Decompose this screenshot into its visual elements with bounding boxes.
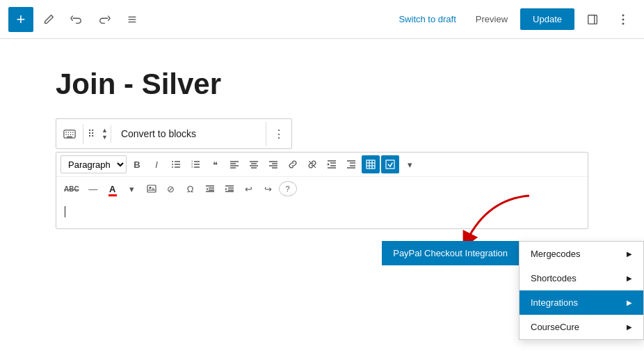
svg-point-5 [622, 14, 625, 16]
main-content: Join - Silver ⠿ ▲ ▼ Convert to blocks ⋮ … [0, 39, 644, 243]
drag-handle[interactable]: ⠿ [83, 123, 99, 145]
blockquote-button[interactable]: ❝ [206, 155, 224, 173]
edit-icon-button[interactable] [36, 7, 61, 32]
toolbar-left: + [8, 7, 392, 32]
svg-point-6 [622, 18, 625, 20]
context-menu: Mergecodes ▶ Shortcodes ▶ Integrations ▶… [519, 241, 644, 340]
link-button[interactable] [284, 155, 302, 173]
mergecodes-arrow: ▶ [627, 250, 632, 258]
align-center-button[interactable] [245, 155, 263, 173]
coursecure-arrow: ▶ [627, 323, 632, 331]
indent-button[interactable] [323, 155, 341, 173]
font-color-button[interactable]: A [104, 180, 122, 198]
top-toolbar: + Switch to draft Preview Update [0, 0, 644, 39]
media-button[interactable] [143, 180, 161, 198]
clear-format-button[interactable]: ⊘ [162, 180, 180, 198]
svg-rect-3 [588, 15, 597, 24]
integrations-arrow: ▶ [627, 299, 632, 306]
block-more-options[interactable]: ⋮ [266, 122, 291, 146]
move-down-arrow[interactable]: ▼ [102, 134, 108, 141]
svg-rect-57 [147, 185, 156, 192]
paragraph-select[interactable]: Paragraph [61, 155, 127, 173]
sidebar-toggle-button[interactable] [580, 7, 605, 32]
dropdown-color-button[interactable]: ▾ [123, 180, 141, 198]
cursor [65, 206, 65, 217]
svg-point-21 [172, 161, 173, 162]
menu-item-coursecure[interactable]: CourseCure ▶ [520, 315, 643, 339]
mergecodes-label: Mergecodes [531, 249, 581, 259]
block-toolbar: ⠿ ▲ ▼ Convert to blocks ⋮ [56, 118, 292, 149]
editor-area: Paragraph B I 123 ❝ [56, 152, 588, 229]
undo-button[interactable] [64, 7, 89, 32]
shortcodes-label: Shortcodes [531, 273, 577, 283]
svg-rect-51 [367, 160, 375, 169]
dropdown-container: PayPal Checkout Integration Mergecodes ▶… [382, 241, 644, 340]
editor-content-area[interactable] [56, 201, 588, 228]
menu-item-mergecodes[interactable]: Mergecodes ▶ [520, 242, 643, 266]
align-right-button[interactable] [264, 155, 282, 173]
shortcodes-arrow: ▶ [627, 274, 632, 282]
abc-button[interactable]: ABC [61, 180, 83, 198]
special-chars-button[interactable]: Ω [182, 180, 200, 198]
move-up-arrow[interactable]: ▲ [102, 127, 108, 134]
keyboard-icon [56, 124, 83, 144]
help-button[interactable]: ? [279, 181, 297, 196]
svg-point-23 [172, 166, 173, 168]
indent-in-button[interactable] [201, 180, 219, 198]
ordered-list-button[interactable]: 123 [186, 155, 204, 173]
redo2-button[interactable]: ↪ [259, 180, 277, 198]
toolbar-right: Switch to draft Preview Update [392, 7, 636, 32]
paypal-integration-button[interactable]: PayPal Checkout Integration [382, 241, 519, 265]
unlink-button[interactable] [303, 155, 321, 173]
svg-point-7 [622, 22, 625, 24]
switch-to-draft-button[interactable]: Switch to draft [392, 10, 462, 29]
unordered-list-button[interactable] [167, 155, 185, 173]
bold-button[interactable]: B [128, 155, 146, 173]
table-button[interactable] [362, 155, 380, 173]
update-button[interactable]: Update [520, 8, 574, 30]
integrations-label: Integrations [531, 297, 578, 308]
page-title: Join - Silver [56, 67, 588, 102]
italic-button[interactable]: I [147, 155, 166, 173]
hr-button[interactable]: — [84, 180, 102, 198]
svg-point-58 [149, 187, 151, 189]
align-left-button[interactable] [225, 155, 243, 173]
preview-button[interactable]: Preview [469, 10, 515, 29]
table-extra-button[interactable] [381, 155, 399, 173]
outdent-button[interactable] [342, 155, 360, 173]
redo-button[interactable] [92, 7, 117, 32]
svg-text:3: 3 [191, 165, 193, 169]
dropdown-arrow-button[interactable]: ▾ [401, 155, 419, 173]
indent-out-button[interactable] [220, 180, 239, 198]
svg-point-22 [172, 164, 173, 165]
coursecure-label: CourseCure [531, 322, 579, 332]
undo2-button[interactable]: ↩ [240, 180, 258, 198]
editor-toolbar-row2: ABC — A ▾ ⊘ Ω ↩ ↪ ? [56, 177, 588, 201]
editor-toolbar-row1: Paragraph B I 123 ❝ [56, 153, 588, 177]
add-block-button[interactable]: + [8, 7, 33, 32]
menu-item-shortcodes[interactable]: Shortcodes ▶ [520, 266, 643, 290]
list-view-button[interactable] [120, 7, 145, 32]
svg-rect-56 [386, 160, 394, 169]
convert-to-blocks-button[interactable]: Convert to blocks [111, 128, 266, 139]
more-options-button[interactable] [611, 7, 636, 32]
menu-item-integrations[interactable]: Integrations ▶ [520, 290, 643, 315]
block-arrows: ▲ ▼ [99, 125, 111, 143]
